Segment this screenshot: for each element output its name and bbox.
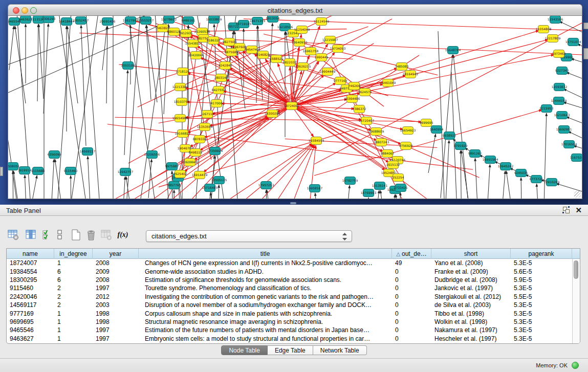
graph-node[interactable]: 9227343 xyxy=(555,67,569,75)
graph-node[interactable]: 16951564 xyxy=(483,156,498,164)
graph-node[interactable]: 22420046 xyxy=(188,52,204,59)
graph-node[interactable]: 19958167 xyxy=(307,185,323,192)
new-column-button[interactable] xyxy=(69,227,83,243)
graph-node[interactable]: 7386372 xyxy=(353,105,366,113)
graph-node[interactable]: 17359924 xyxy=(207,147,223,155)
graph-node[interactable]: 14769993 xyxy=(361,189,377,197)
graph-node[interactable]: 15692951 xyxy=(556,126,572,134)
graph-node[interactable]: 9242848 xyxy=(219,62,232,70)
graph-node[interactable]: 9857791 xyxy=(167,182,181,189)
graph-node[interactable]: 16654923 xyxy=(400,127,416,135)
graph-node[interactable]: 18807243 xyxy=(374,139,389,146)
window-resize-grip[interactable] xyxy=(574,191,581,198)
table-row[interactable]: 1938455462009Genome-wide association stu… xyxy=(7,267,572,275)
graph-node[interactable]: 19166827 xyxy=(175,130,191,138)
graph-node[interactable]: 6466161 xyxy=(182,17,195,25)
graph-node[interactable]: 15716485 xyxy=(202,184,218,192)
graph-node[interactable]: 9756928 xyxy=(399,142,413,150)
table-selector-dropdown[interactable]: citations_edges.txt xyxy=(146,230,352,242)
table-row[interactable]: 946362711997Embryonic stem cells: a mode… xyxy=(7,335,572,343)
graph-node[interactable]: 1733426 xyxy=(394,184,408,192)
graph-node[interactable]: 20364486 xyxy=(344,95,360,103)
graph-node[interactable]: 8813054 xyxy=(266,16,280,23)
graph-node[interactable]: 16648784 xyxy=(445,47,461,54)
delete-columns-button[interactable] xyxy=(84,227,98,243)
float-panel-icon[interactable] xyxy=(562,206,571,214)
graph-node[interactable]: 252254 xyxy=(393,174,404,182)
graph-node[interactable]: 12093832 xyxy=(552,83,568,91)
graph-node[interactable]: 20691406 xyxy=(100,18,116,26)
graph-node[interactable]: 15278602 xyxy=(161,16,177,24)
graph-node[interactable]: 12942757 xyxy=(118,168,134,176)
graph-node[interactable]: 11353554 xyxy=(197,123,213,131)
function-builder-button[interactable]: f(x) xyxy=(116,227,130,243)
graph-node[interactable]: 18103754 xyxy=(174,98,190,106)
graph-node[interactable]: 17957253 xyxy=(258,182,274,189)
graph-node[interactable]: 9875685 xyxy=(225,49,238,56)
graph-node[interactable]: 16461049 xyxy=(380,79,396,87)
graph-node[interactable]: 15124549 xyxy=(314,18,330,26)
graph-node[interactable]: 14569117 xyxy=(80,148,96,156)
graph-node[interactable]: 6773726 xyxy=(530,176,543,183)
graph-node[interactable]: 1990445 xyxy=(315,54,329,61)
graph-node[interactable]: 12910269 xyxy=(544,179,560,186)
graph-node[interactable]: 9777169 xyxy=(334,77,347,85)
column-header-year[interactable]: year xyxy=(93,249,139,259)
table-row[interactable]: 1456911722003Disruption of a novel membe… xyxy=(7,301,572,309)
graph-node[interactable]: 12505135 xyxy=(211,177,227,184)
graph-node[interactable]: 16914479 xyxy=(192,171,208,179)
table-row[interactable]: 977716911998Corpus callosum shape and si… xyxy=(7,309,572,317)
graph-node[interactable]: 1588520 xyxy=(270,55,284,63)
graph-node[interactable]: 2718126 xyxy=(176,68,190,76)
graph-node[interactable]: 20206556 xyxy=(144,151,160,159)
graph-node[interactable]: 9146821 xyxy=(256,51,270,59)
graph-node[interactable]: 13640910 xyxy=(292,39,308,47)
graph-node[interactable]: 18052457 xyxy=(73,17,89,25)
graph-node[interactable]: 8878334 xyxy=(193,136,207,143)
graph-node[interactable]: 9245035 xyxy=(514,169,528,177)
tab-node-table[interactable]: Node Table xyxy=(221,345,268,355)
table-row[interactable]: 1872400712008Changes of HCN gene express… xyxy=(7,259,572,267)
column-header-title[interactable]: title xyxy=(139,249,392,259)
table-row[interactable]: 2242004622012Investigating the contribut… xyxy=(7,293,572,301)
scrollbar-thumb[interactable] xyxy=(574,260,578,279)
graph-node[interactable]: 2053108 xyxy=(121,62,135,70)
graph-node[interactable]: 746266 xyxy=(349,82,360,90)
graph-node[interactable]: 12215987 xyxy=(322,36,338,44)
graph-node[interactable]: 15720407 xyxy=(359,117,375,125)
graph-node[interactable]: 15135141 xyxy=(372,182,388,190)
tab-edge-table[interactable]: Edge Table xyxy=(268,345,313,355)
graph-node[interactable]: 8498222 xyxy=(189,149,203,157)
column-header-pagerank[interactable]: pagerank xyxy=(511,249,572,259)
graph-node[interactable]: 9938922 xyxy=(443,132,456,140)
graph-node[interactable]: 1167533 xyxy=(570,154,582,162)
graph-node[interactable]: 1115688 xyxy=(31,167,45,175)
graph-node[interactable]: 9975887 xyxy=(165,163,179,170)
show-columns-button[interactable] xyxy=(24,227,38,243)
column-header-indegree[interactable]: in_degree xyxy=(54,249,93,259)
graph-node[interactable]: 19384554 xyxy=(309,137,324,145)
graph-node[interactable]: 10688609 xyxy=(368,128,384,136)
graph-node[interactable]: 417006 xyxy=(211,100,223,107)
table-mode-button[interactable] xyxy=(6,227,20,243)
graph-node[interactable]: 19734093 xyxy=(330,45,346,53)
column-header-name[interactable]: name xyxy=(7,249,54,259)
graph-node[interactable]: 17016504 xyxy=(561,141,577,148)
graph-node[interactable]: 12217809 xyxy=(545,35,561,42)
graph-node[interactable]: 18164942 xyxy=(403,71,419,78)
table-scrollbar[interactable] xyxy=(572,259,580,343)
splitter-handle[interactable] xyxy=(290,202,296,204)
graph-node[interactable]: 8427552 xyxy=(212,86,226,94)
graph-node[interactable]: 16543812 xyxy=(185,40,201,48)
graph-node[interactable]: 12213389 xyxy=(172,83,188,91)
graph-node[interactable]: 2803144 xyxy=(214,74,228,82)
table-row[interactable]: 911546021997Tourette syndrome. Phenomeno… xyxy=(7,284,572,292)
graph-node[interactable]: 3267110 xyxy=(201,111,214,118)
graph-node[interactable]: 10553257 xyxy=(138,17,154,25)
graph-node[interactable]: 9884067 xyxy=(381,150,395,158)
graph-node[interactable]: 9115460 xyxy=(64,167,78,175)
graph-node[interactable]: 8791929 xyxy=(454,142,468,150)
graph-node[interactable]: 8215953 xyxy=(540,105,554,113)
graph-node[interactable]: 12444159 xyxy=(551,97,567,105)
close-panel-icon[interactable]: ✕ xyxy=(575,205,582,215)
